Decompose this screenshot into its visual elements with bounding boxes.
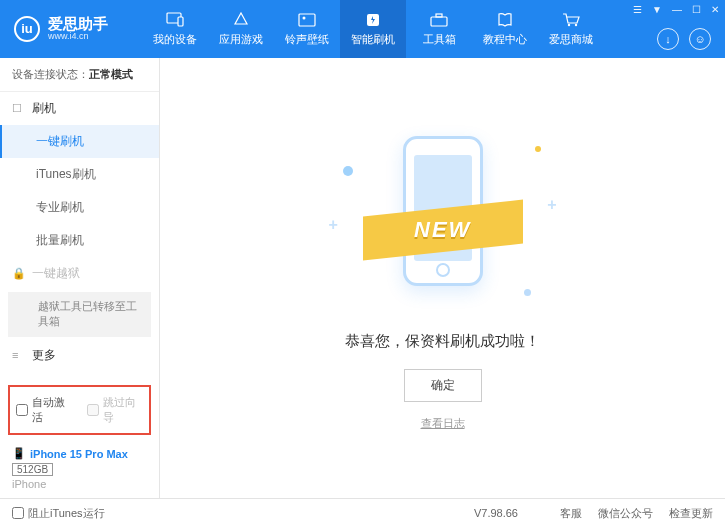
user-button[interactable]: ☺: [689, 28, 711, 50]
success-message: 恭喜您，保资料刷机成功啦！: [345, 332, 540, 351]
nav-label: 我的设备: [153, 32, 197, 47]
top-nav: 我的设备 应用游戏 铃声壁纸 智能刷机 工具箱 教程中心 爱思商城: [142, 0, 604, 58]
sidebar-item-pro-flash[interactable]: 专业刷机: [0, 191, 159, 224]
download-button[interactable]: ↓: [657, 28, 679, 50]
view-log-link[interactable]: 查看日志: [421, 416, 465, 431]
toolbox-icon: [429, 11, 449, 29]
footer: 阻止iTunes运行 V7.98.66 客服 微信公众号 检查更新: [0, 498, 725, 527]
app-header: iu 爱思助手 www.i4.cn 我的设备 应用游戏 铃声壁纸 智能刷机 工具…: [0, 0, 725, 58]
svg-rect-2: [299, 14, 315, 26]
svg-rect-1: [178, 17, 183, 26]
sidebar-group-jailbreak[interactable]: 🔒 一键越狱: [0, 257, 159, 290]
nav-label: 智能刷机: [351, 32, 395, 47]
menu-icon[interactable]: ☰: [633, 4, 642, 15]
update-link[interactable]: 检查更新: [669, 506, 713, 521]
menu-icon: ≡: [12, 349, 26, 361]
nav-tutorials[interactable]: 教程中心: [472, 0, 538, 58]
device-info: 📱 iPhone 15 Pro Max 512GB iPhone: [0, 441, 159, 498]
jailbreak-note: 越狱工具已转移至工具箱: [8, 292, 151, 337]
skip-wizard-checkbox[interactable]: 跳过向导: [87, 395, 144, 425]
nav-my-device[interactable]: 我的设备: [142, 0, 208, 58]
sidebar-item-itunes-flash[interactable]: iTunes刷机: [0, 158, 159, 191]
sidebar-item-other-tools[interactable]: 其他工具: [0, 372, 159, 379]
nav-apps[interactable]: 应用游戏: [208, 0, 274, 58]
app-url: www.i4.cn: [48, 32, 108, 42]
auto-activate-checkbox[interactable]: 自动激活: [16, 395, 73, 425]
sidebar-item-quick-flash[interactable]: 一键刷机: [0, 125, 159, 158]
sidebar-item-batch-flash[interactable]: 批量刷机: [0, 224, 159, 257]
support-link[interactable]: 客服: [560, 506, 582, 521]
nav-label: 应用游戏: [219, 32, 263, 47]
checkbox-label: 自动激活: [32, 395, 73, 425]
image-icon: [297, 11, 317, 29]
maximize-icon[interactable]: ☐: [692, 4, 701, 15]
version-label: V7.98.66: [474, 507, 518, 519]
decor-dot: [524, 289, 531, 296]
device-type: iPhone: [12, 478, 147, 490]
nav-label: 工具箱: [423, 32, 456, 47]
cart-icon: [561, 11, 581, 29]
nav-ringtones[interactable]: 铃声壁纸: [274, 0, 340, 58]
lock-icon: 🔒: [12, 267, 26, 280]
phone-icon: ☐: [12, 102, 26, 115]
logo: iu 爱思助手 www.i4.cn: [0, 16, 122, 42]
sidebar-group-more[interactable]: ≡ 更多: [0, 339, 159, 372]
sidebar-group-flash[interactable]: ☐ 刷机: [0, 92, 159, 125]
decor-dot: [535, 146, 541, 152]
status-value: 正常模式: [89, 68, 133, 80]
wechat-link[interactable]: 微信公众号: [598, 506, 653, 521]
decor-dot: [343, 166, 353, 176]
confirm-button[interactable]: 确定: [404, 369, 482, 402]
window-controls: ☰ ▼ — ☐ ✕: [633, 4, 719, 15]
status-label: 设备连接状态：: [12, 68, 89, 80]
logo-icon: iu: [14, 16, 40, 42]
decor-plus: +: [329, 216, 338, 234]
decor-plus: +: [547, 196, 556, 214]
device-name[interactable]: 📱 iPhone 15 Pro Max: [12, 447, 147, 460]
group-label: 刷机: [32, 100, 56, 117]
nav-toolbox[interactable]: 工具箱: [406, 0, 472, 58]
close-icon[interactable]: ✕: [711, 4, 719, 15]
nav-label: 爱思商城: [549, 32, 593, 47]
group-label: 一键越狱: [32, 265, 80, 282]
phone-icon: 📱: [12, 447, 26, 460]
minimize-icon[interactable]: —: [672, 4, 682, 15]
header-actions: ↓ ☺: [657, 28, 711, 50]
nav-store[interactable]: 爱思商城: [538, 0, 604, 58]
sidebar: 设备连接状态：正常模式 ☐ 刷机 一键刷机 iTunes刷机 专业刷机 批量刷机…: [0, 58, 160, 498]
nav-label: 教程中心: [483, 32, 527, 47]
flash-icon: [363, 11, 383, 29]
svg-point-7: [568, 24, 570, 26]
block-itunes-checkbox[interactable]: 阻止iTunes运行: [12, 506, 105, 521]
checkbox-label: 阻止iTunes运行: [28, 506, 105, 521]
svg-rect-5: [431, 17, 447, 26]
device-status: 设备连接状态：正常模式: [0, 58, 159, 92]
svg-point-3: [303, 17, 306, 20]
svg-point-8: [575, 24, 577, 26]
checkbox-label: 跳过向导: [103, 395, 144, 425]
book-icon: [495, 11, 515, 29]
new-ribbon: NEW: [363, 199, 523, 260]
device-icon: [165, 11, 185, 29]
tshirt-icon[interactable]: ▼: [652, 4, 662, 15]
apps-icon: [231, 11, 251, 29]
success-illustration: + + NEW: [373, 126, 513, 306]
app-title: 爱思助手: [48, 16, 108, 33]
nav-flash[interactable]: 智能刷机: [340, 0, 406, 58]
main-content: + + NEW 恭喜您，保资料刷机成功啦！ 确定 查看日志: [160, 58, 725, 498]
options-row: 自动激活 跳过向导: [8, 385, 151, 435]
nav-label: 铃声壁纸: [285, 32, 329, 47]
svg-rect-6: [436, 14, 442, 17]
group-label: 更多: [32, 347, 56, 364]
storage-badge: 512GB: [12, 463, 53, 476]
